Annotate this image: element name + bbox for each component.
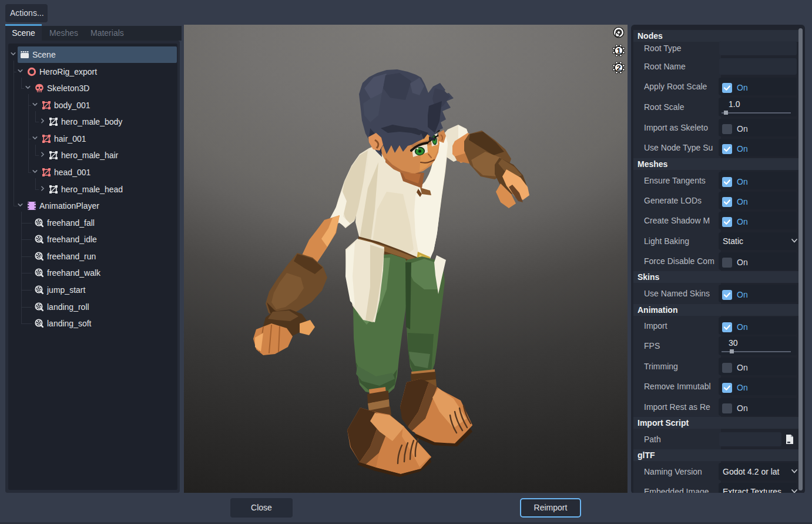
- svg-text:2: 2: [616, 64, 621, 72]
- svg-text:1: 1: [616, 46, 621, 55]
